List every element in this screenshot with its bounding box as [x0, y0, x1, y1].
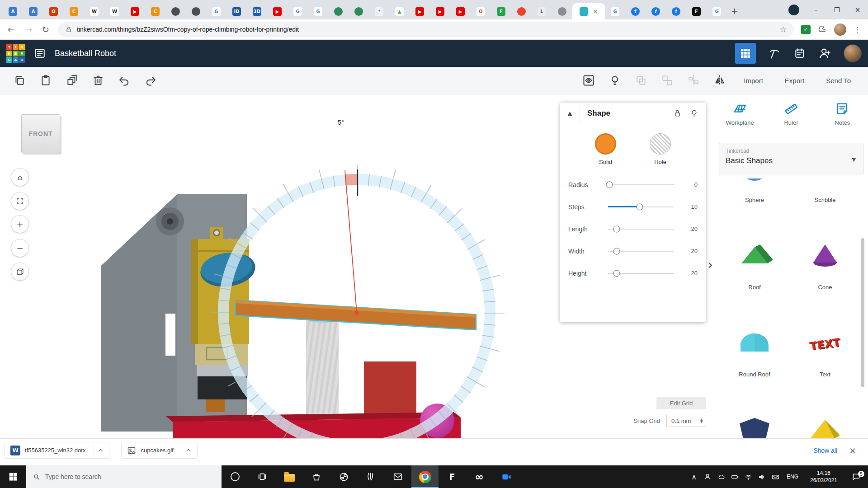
browser-tab[interactable]: G	[206, 3, 226, 19]
browser-tab[interactable]: f	[625, 3, 646, 19]
taskbar-app-button[interactable]: F ∞	[439, 465, 466, 488]
browser-tab[interactable]: ▶	[267, 3, 288, 19]
tinker-pickaxe-icon[interactable]	[768, 47, 781, 60]
hole-option[interactable]: Hole	[650, 133, 671, 165]
taskbar-app-button[interactable]: F ∞	[330, 465, 357, 488]
reload-icon[interactable]: ↻	[41, 24, 51, 34]
tab-close-icon[interactable]: ×	[593, 8, 598, 14]
browser-tab[interactable]: ▲	[389, 3, 410, 19]
browser-tab[interactable]	[186, 3, 206, 19]
taskbar-search-input[interactable]	[45, 473, 215, 480]
tray-icon[interactable]: ∧	[687, 473, 701, 481]
slider-knob[interactable]	[613, 270, 620, 277]
browser-tab[interactable]	[328, 3, 349, 19]
browser-tab[interactable]: G	[605, 3, 625, 19]
rotation-angle-indicator[interactable]	[345, 170, 359, 315]
shape-library-item[interactable]: TEXTTEXT Cone	[790, 224, 860, 311]
taskbar-app-button[interactable]: F ∞	[411, 465, 439, 488]
browser-tab[interactable]: W	[84, 3, 104, 19]
browser-tab[interactable]: F	[491, 3, 511, 19]
slider-track[interactable]	[608, 247, 674, 255]
zoom-out-button[interactable]: −	[11, 239, 29, 257]
download-item[interactable]: W cupcakes.gif	[121, 442, 197, 459]
shape-library-item[interactable]: TEXTTEXT	[719, 399, 790, 438]
browser-tab[interactable]: G	[707, 3, 727, 19]
bookmark-star-icon[interactable]: ☆	[780, 25, 787, 34]
browser-tab[interactable]: ▶	[410, 3, 430, 19]
browser-tab[interactable]: f	[646, 3, 666, 19]
browser-tab[interactable]: ▶	[450, 3, 471, 19]
show-all-downloads-button[interactable]: Show all	[813, 447, 837, 454]
browser-tab[interactable]	[511, 3, 532, 19]
taskbar-app-button[interactable]: F ∞	[249, 465, 276, 488]
selected-plank[interactable]	[235, 300, 476, 330]
export-button[interactable]: Export	[774, 77, 815, 84]
browser-tab[interactable]	[165, 3, 186, 19]
lock-shape-icon[interactable]	[673, 109, 682, 117]
taskbar-clock[interactable]: 14:16 26/03/2021	[803, 469, 844, 484]
back-icon[interactable]: ←	[6, 24, 16, 34]
align-button[interactable]	[680, 75, 707, 86]
browser-tab[interactable]: ▶	[125, 3, 145, 19]
fit-view-button[interactable]	[11, 192, 29, 210]
minimize-button[interactable]: –	[806, 0, 826, 19]
ungroup-button[interactable]	[654, 75, 680, 86]
taskbar-app-button[interactable]: F ∞	[493, 465, 520, 488]
notebook-icon[interactable]	[793, 47, 807, 60]
taskbar-app-button[interactable]: F ∞	[222, 465, 249, 488]
browser-tab[interactable]: G	[288, 3, 308, 19]
design-title[interactable]: Basketball Robot	[55, 49, 116, 58]
extensions-puzzle-icon[interactable]	[818, 25, 827, 34]
snap-grid-select[interactable]: 0.1 mm ▲ ▼	[666, 415, 706, 427]
blocks-grid-button[interactable]	[735, 43, 756, 64]
taskbar-app-button[interactable]: F ∞	[357, 465, 384, 488]
tinkercad-logo[interactable]: TINKERCAD	[6, 44, 25, 63]
browser-tab[interactable]: C	[64, 3, 84, 19]
slider-knob[interactable]	[606, 181, 613, 188]
tray-icon[interactable]: ∧	[714, 473, 728, 481]
url-text[interactable]: tinkercad.com/things/bzZ2siwsOfm-copy-of…	[77, 26, 299, 33]
paste-button[interactable]	[33, 75, 59, 86]
lightbulb-button[interactable]	[602, 75, 628, 86]
slider-track[interactable]	[608, 181, 674, 189]
group-button[interactable]	[628, 75, 654, 86]
browser-tab[interactable]	[552, 3, 572, 19]
slider-knob[interactable]	[613, 225, 620, 232]
browser-tab[interactable]: L	[532, 3, 552, 19]
url-bar[interactable]: tinkercad.com/things/bzZ2siwsOfm-copy-of…	[58, 22, 794, 37]
close-window-button[interactable]: ×	[847, 0, 868, 19]
redo-button[interactable]	[137, 74, 164, 87]
sidebar-scrollbar[interactable]	[861, 238, 864, 387]
start-button[interactable]	[0, 465, 26, 488]
action-center-button[interactable]: 5	[844, 472, 868, 481]
taskbar-app-button[interactable]: F ∞	[276, 465, 303, 488]
tray-icon[interactable]: ∧	[741, 473, 755, 481]
language-indicator[interactable]: ENG	[782, 474, 803, 480]
browser-profile-icon[interactable]	[788, 5, 799, 15]
show-hidden-button[interactable]	[576, 74, 602, 87]
design-list-icon[interactable]	[33, 47, 47, 60]
duplicate-button[interactable]	[59, 75, 85, 86]
slider-track[interactable]	[608, 203, 674, 211]
sidebar-collapse-handle[interactable]: ›	[705, 255, 715, 273]
taskbar-app-button[interactable]: F ∞	[384, 465, 411, 488]
slider-knob[interactable]	[613, 248, 620, 254]
browser-tab[interactable]: ID	[226, 3, 247, 19]
browser-tab[interactable]: C	[145, 3, 165, 19]
browser-tab[interactable]: G	[308, 3, 328, 19]
delete-button[interactable]	[85, 75, 111, 86]
browser-tab[interactable]: A	[23, 3, 43, 19]
sidebar-tool[interactable]: Ruler	[765, 102, 816, 126]
zoom-in-button[interactable]: +	[11, 215, 29, 233]
new-tab-button[interactable]: +	[727, 3, 742, 19]
hide-shape-bulb-icon[interactable]	[690, 109, 698, 117]
undo-button[interactable]	[111, 74, 137, 87]
slider-track[interactable]	[608, 225, 674, 233]
close-downloads-icon[interactable]: ×	[849, 446, 856, 455]
browser-active-tab[interactable]: ×	[572, 3, 605, 19]
taskbar-search[interactable]	[26, 465, 222, 488]
sidebar-tool[interactable]: Workplane	[714, 102, 765, 126]
tray-icon[interactable]: ∧	[755, 473, 769, 481]
collapse-panel-button[interactable]: ▲	[560, 103, 580, 124]
browser-tab[interactable]	[349, 3, 369, 19]
